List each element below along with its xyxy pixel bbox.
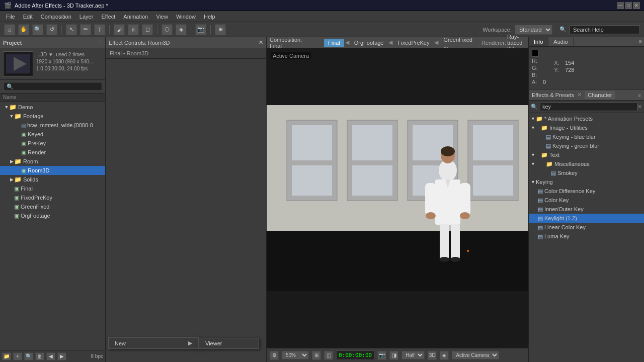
tree-item-room3d[interactable]: ▣ Room3D <box>0 166 105 175</box>
effects-menu-icon[interactable]: ≡ <box>638 92 641 98</box>
delete-button[interactable]: 🗑 <box>35 352 44 360</box>
close-effects-icon[interactable]: ✕ <box>577 92 582 98</box>
effects-item-keying-green[interactable]: ▤ Keying - green blur <box>529 141 644 150</box>
tab-audio[interactable]: Audio <box>548 37 573 46</box>
maximize-button[interactable]: □ <box>625 2 632 9</box>
ctx-item-new[interactable]: New ▶ <box>109 338 198 348</box>
comp-tab-final[interactable]: Final <box>324 39 344 47</box>
tree-label-final: Final <box>21 186 33 192</box>
close-button[interactable]: ✕ <box>633 2 640 9</box>
tree-item-demo[interactable]: ▼ 📁 Demo <box>0 103 105 112</box>
comp-menu-icon[interactable]: ≡ <box>314 40 317 46</box>
transparency-button[interactable]: ◈ <box>440 351 449 360</box>
effects-item-anim-presets[interactable]: ▼ 📁 * Animation Presets <box>529 114 644 123</box>
new-comp-button[interactable]: + <box>13 352 22 360</box>
menu-edit[interactable]: Edit <box>19 13 37 21</box>
menu-window[interactable]: Window <box>172 13 200 21</box>
toolbar-pen[interactable]: ✏ <box>80 24 91 35</box>
menu-effect[interactable]: Effect <box>97 13 119 21</box>
toolbar-hand[interactable]: ✋ <box>18 24 29 35</box>
grid-button[interactable]: ⊞ <box>312 351 321 360</box>
effects-item-keying-section[interactable]: ▼ Keying <box>529 177 644 187</box>
tree-item-fixedprekey[interactable]: ▣ FixedPreKey <box>0 193 105 202</box>
effects-item-image-utils[interactable]: ▼ 📁 Image - Utilities <box>529 123 644 132</box>
toolbar-orbit[interactable]: ⊕ <box>215 24 226 35</box>
toolbar-clone[interactable]: ⎘ <box>128 24 139 35</box>
toolbar-select[interactable]: ↖ <box>66 24 77 35</box>
tree-item-solids[interactable]: ▶ 📁 Solids <box>0 175 105 184</box>
toolbar-eraser[interactable]: ◻ <box>142 24 153 35</box>
a-label: A: <box>532 79 539 85</box>
info-menu-icon[interactable]: ≡ <box>637 37 644 46</box>
find-button[interactable]: 🔍 <box>24 352 33 360</box>
toolbar-brush[interactable]: 🖌 <box>114 24 125 35</box>
menu-layer[interactable]: Layer <box>75 13 98 21</box>
character-tab[interactable]: Character <box>585 91 615 99</box>
toolbar-rotate[interactable]: ↺ <box>46 24 57 35</box>
camera-select[interactable]: Active Camera <box>452 351 499 359</box>
quality-select[interactable]: Half Full <box>401 351 425 359</box>
toolbar-home[interactable]: ⌂ <box>4 24 15 35</box>
effects-item-text[interactable]: ▼ 📁 Text <box>529 150 644 159</box>
project-menu-icon[interactable]: ≡ <box>99 40 102 46</box>
mask-button[interactable]: ◫ <box>324 351 333 360</box>
3d-button[interactable]: 3D <box>428 351 437 360</box>
effects-item-linear-color[interactable]: ▤ Linear Color Key <box>529 223 644 232</box>
comp-tab-orgfootage[interactable]: OrgFootage <box>350 39 388 47</box>
g-label: G: <box>532 65 539 71</box>
tree-item-footage[interactable]: ▼ 📁 Footage <box>0 112 105 121</box>
comp-tab-greenfixed[interactable]: GreenFixed ... <box>439 36 476 50</box>
effects-item-color-key[interactable]: ▤ Color Key <box>529 196 644 205</box>
tree-item-orgfootage[interactable]: ▣ OrgFootage <box>0 211 105 220</box>
folder-icon: 📁 <box>546 161 553 167</box>
close-icon[interactable]: ✕ <box>259 39 263 46</box>
effects-item-smokey[interactable]: ▤ Smokey <box>529 168 644 177</box>
next-button[interactable]: ▶ <box>57 352 66 360</box>
ctx-item-viewer[interactable]: Viewer <box>199 338 259 348</box>
tree-item-final[interactable]: ▣ Final <box>0 184 105 193</box>
toolbar-zoom[interactable]: 🔍 <box>32 24 43 35</box>
prev-button[interactable]: ◀ <box>46 352 55 360</box>
effects-search-input[interactable] <box>540 102 637 111</box>
menu-file[interactable]: File <box>2 13 19 21</box>
clear-search-icon[interactable]: ✕ <box>637 104 642 110</box>
toolbar: ⌂ ✋ 🔍 ↺ ↖ ✏ T 🖌 ⎘ ◻ ⬡ ◈ 📷 ⊕ Workspace: S… <box>0 22 644 37</box>
tree-item-prekey[interactable]: ▣ PreKey <box>0 139 105 148</box>
project-search-input[interactable] <box>3 82 102 91</box>
effects-item-inner-outer[interactable]: ▤ Inner/Outer Key <box>529 205 644 214</box>
tree-item-render[interactable]: ▣ Render <box>0 148 105 157</box>
toolbar-text[interactable]: T <box>94 24 105 35</box>
search-input[interactable] <box>570 25 640 34</box>
svg-rect-11 <box>352 165 392 196</box>
toolbar-camera[interactable]: 📷 <box>195 24 206 35</box>
y-label: Y: <box>554 67 561 73</box>
tree-item-room[interactable]: ▶ 📁 Room <box>0 157 105 166</box>
effects-item-keying-blue[interactable]: ▤ Keying - blue blur <box>529 132 644 141</box>
toolbar-roto[interactable]: ⬡ <box>162 24 173 35</box>
menu-animation[interactable]: Animation <box>119 13 152 21</box>
effects-item-misc[interactable]: ▼ 📁 Miscellaneous <box>529 159 644 168</box>
effects-label-anim-presets: * Animation Presets <box>544 116 593 122</box>
effects-item-color-diff[interactable]: ▤ Color Difference Key <box>529 187 644 196</box>
tree-item-greenfixed[interactable]: ▣ GreenFixed <box>0 202 105 211</box>
snapshot-button[interactable]: 📷 <box>377 351 386 360</box>
toolbar-puppet[interactable]: ◈ <box>176 24 187 35</box>
composition-canvas[interactable]: Active Camera <box>267 48 528 348</box>
minimize-button[interactable]: — <box>617 2 624 9</box>
menu-composition[interactable]: Composition <box>37 13 75 21</box>
comp-tab-fixedprekey[interactable]: FixedPreKey <box>393 39 433 47</box>
tree-item-keyed[interactable]: ▣ Keyed <box>0 130 105 139</box>
menu-help[interactable]: Help <box>200 13 219 21</box>
menu-view[interactable]: View <box>152 13 172 21</box>
workspace-select[interactable]: Standard <box>515 25 552 35</box>
effects-item-keylight[interactable]: ▤ Keylight (1.2) <box>529 214 644 223</box>
svg-rect-8 <box>292 165 332 196</box>
show-snapshot-button[interactable]: ◨ <box>389 351 398 360</box>
new-folder-button[interactable]: 📁 <box>2 352 11 360</box>
effects-label-color-key: Color Key <box>544 197 569 203</box>
tab-info[interactable]: Info <box>529 37 548 46</box>
comp-settings-button[interactable]: ⚙ <box>270 351 279 360</box>
effects-item-luma-key[interactable]: ▤ Luma Key <box>529 232 644 241</box>
tree-item-footage-file[interactable]: ▤ hcw_mmtest_wide.[0000-0 <box>0 121 105 130</box>
zoom-select[interactable]: 50% 100% <box>282 351 309 359</box>
